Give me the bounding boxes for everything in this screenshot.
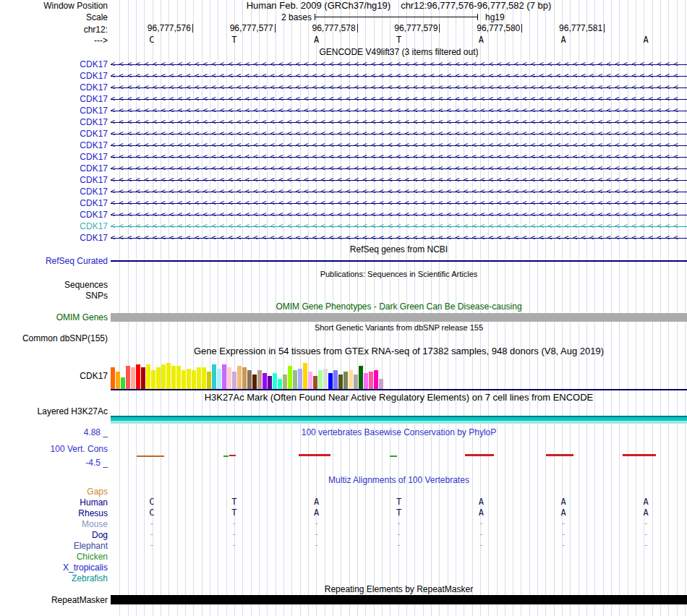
gtex-tissue-bar[interactable] [121, 377, 125, 389]
gtex-tissue-bar[interactable] [273, 373, 277, 389]
refseq-curated-label[interactable]: RefSeq Curated [0, 256, 111, 266]
transcript-line[interactable]: <<<<<<<<<<<<<<<<<<<<<<<<<<<<<<<<<<<<<<<<… [111, 163, 687, 174]
gtex-tissue-bar[interactable] [131, 367, 135, 389]
transcript-line[interactable]: <<<<<<<<<<<<<<<<<<<<<<<<<<<<<<<<<<<<<<<<… [111, 59, 687, 70]
conservation-signal[interactable] [111, 438, 687, 458]
gtex-tissue-bar[interactable] [212, 364, 216, 389]
species-label[interactable]: Zebrafish [0, 573, 111, 583]
transcript-line[interactable]: <<<<<<<<<<<<<<<<<<<<<<<<<<<<<<<<<<<<<<<<… [111, 209, 687, 221]
gtex-tissue-bar[interactable] [232, 372, 236, 389]
gtex-tissue-bar[interactable] [298, 369, 302, 389]
transcript-line[interactable]: <<<<<<<<<<<<<<<<<<<<<<<<<<<<<<<<<<<<<<<<… [111, 151, 687, 163]
gene-label[interactable]: CDK17 [0, 140, 111, 151]
gtex-tissue-bar[interactable] [156, 367, 161, 389]
transcript-line[interactable]: <<<<<<<<<<<<<<<<<<<<<<<<<<<<<<<<<<<<<<<<… [111, 197, 687, 209]
species-label[interactable]: Chicken [0, 551, 111, 562]
gencode-transcripts[interactable]: CDK17<<<<<<<<<<<<<<<<<<<<<<<<<<<<<<<<<<<… [0, 59, 687, 244]
gtex-tissue-bar[interactable] [237, 366, 242, 389]
gtex-tissue-bar[interactable] [252, 375, 257, 389]
gtex-tissue-bar[interactable] [171, 366, 176, 389]
gene-label[interactable]: CDK17 [0, 209, 111, 221]
species-label[interactable]: X_tropicalis [0, 562, 111, 573]
omim-genes-label[interactable]: OMIM Genes [0, 312, 111, 322]
gtex-tissue-bar[interactable] [202, 367, 206, 389]
gene-label[interactable]: CDK17 [0, 82, 111, 93]
gtex-tissue-bar[interactable] [344, 372, 348, 389]
snps-label[interactable]: SNPs [0, 290, 111, 301]
gene-label[interactable]: CDK17 [0, 59, 111, 70]
gene-label[interactable]: CDK17 [0, 93, 111, 105]
gtex-tissue-bar[interactable] [278, 379, 282, 389]
gtex-tissue-bar[interactable] [136, 364, 140, 389]
gtex-tissue-bar[interactable] [242, 367, 247, 389]
repeatmasker-label[interactable]: RepeatMasker [0, 595, 111, 605]
gtex-tissue-bar[interactable] [151, 370, 155, 389]
gene-label[interactable]: CDK17 [0, 221, 111, 232]
gtex-tissue-bar[interactable] [283, 375, 287, 389]
refseq-gene-line[interactable] [111, 260, 687, 262]
transcript-line[interactable]: <<<<<<<<<<<<<<<<<<<<<<<<<<<<<<<<<<<<<<<<… [111, 116, 687, 128]
dbsnp-label[interactable]: Common dbSNP(155) [0, 333, 111, 344]
transcript-line[interactable]: <<<<<<<<<<<<<<<<<<<<<<<<<<<<<<<<<<<<<<<<… [111, 232, 687, 244]
species-label[interactable]: Mouse [0, 518, 111, 529]
gtex-gene-label[interactable]: CDK17 [0, 357, 111, 390]
gtex-tissue-bar[interactable] [338, 375, 343, 389]
gtex-tissue-bar[interactable] [176, 366, 181, 389]
gtex-tissue-bar[interactable] [374, 370, 378, 389]
gtex-tissue-bar[interactable] [293, 370, 297, 389]
gtex-tissue-bar[interactable] [288, 366, 292, 389]
genome-browser-image[interactable]: Window Position Human Feb. 2009 (GRCh37/… [0, 0, 687, 616]
gtex-tissue-bar[interactable] [369, 372, 373, 389]
gtex-tissue-bar[interactable] [146, 364, 150, 389]
transcript-line[interactable]: <<<<<<<<<<<<<<<<<<<<<<<<<<<<<<<<<<<<<<<<… [111, 221, 687, 232]
conservation-label[interactable]: 100 Vert. Cons [0, 438, 111, 458]
gtex-tissue-bar[interactable] [323, 369, 328, 389]
gene-label[interactable]: CDK17 [0, 163, 111, 174]
gtex-expression-bars[interactable] [111, 363, 383, 389]
transcript-line[interactable]: <<<<<<<<<<<<<<<<<<<<<<<<<<<<<<<<<<<<<<<<… [111, 128, 687, 140]
species-label[interactable]: Dog [0, 529, 111, 540]
gene-label[interactable]: CDK17 [0, 128, 111, 140]
transcript-line[interactable]: <<<<<<<<<<<<<<<<<<<<<<<<<<<<<<<<<<<<<<<<… [111, 105, 687, 116]
gtex-tissue-bar[interactable] [182, 370, 186, 389]
gtex-tissue-bar[interactable] [333, 370, 338, 389]
gtex-tissue-bar[interactable] [263, 373, 267, 389]
gaps-label[interactable]: Gaps [0, 486, 111, 497]
gtex-tissue-bar[interactable] [364, 373, 368, 389]
gtex-tissue-bar[interactable] [303, 363, 307, 389]
gtex-tissue-bar[interactable] [354, 375, 358, 389]
transcript-line[interactable]: <<<<<<<<<<<<<<<<<<<<<<<<<<<<<<<<<<<<<<<<… [111, 93, 687, 105]
transcript-line[interactable]: <<<<<<<<<<<<<<<<<<<<<<<<<<<<<<<<<<<<<<<<… [111, 174, 687, 186]
gtex-tissue-bar[interactable] [247, 370, 252, 389]
gtex-tissue-bar[interactable] [217, 369, 221, 389]
gtex-tissue-bar[interactable] [349, 370, 353, 389]
repeat-element-bar[interactable] [111, 595, 687, 604]
gtex-tissue-bar[interactable] [161, 364, 166, 389]
gtex-tissue-bar[interactable] [379, 379, 383, 389]
gtex-tissue-bar[interactable] [197, 367, 201, 389]
gtex-tissue-bar[interactable] [166, 363, 171, 389]
species-label[interactable]: Rhesus [0, 508, 111, 518]
gtex-tissue-bar[interactable] [116, 372, 120, 389]
gtex-tissue-bar[interactable] [222, 364, 226, 389]
gtex-tissue-bar[interactable] [126, 366, 130, 389]
transcript-line[interactable]: <<<<<<<<<<<<<<<<<<<<<<<<<<<<<<<<<<<<<<<<… [111, 70, 687, 82]
gtex-tissue-bar[interactable] [207, 372, 211, 389]
gene-label[interactable]: CDK17 [0, 105, 111, 116]
gtex-tissue-bar[interactable] [313, 376, 317, 389]
gtex-tissue-bar[interactable] [192, 370, 196, 389]
gene-label[interactable]: CDK17 [0, 186, 111, 197]
gtex-tissue-bar[interactable] [359, 366, 363, 389]
gtex-tissue-bar[interactable] [227, 367, 231, 389]
gtex-tissue-bar[interactable] [268, 376, 272, 389]
gene-label[interactable]: CDK17 [0, 70, 111, 82]
gtex-tissue-bar[interactable] [111, 367, 115, 389]
gtex-tissue-bar[interactable] [328, 373, 333, 389]
gene-label[interactable]: CDK17 [0, 197, 111, 209]
h3k27ac-signal-band[interactable] [111, 416, 687, 424]
gtex-tissue-bar[interactable] [187, 369, 191, 389]
transcript-line[interactable]: <<<<<<<<<<<<<<<<<<<<<<<<<<<<<<<<<<<<<<<<… [111, 82, 687, 93]
gtex-tissue-bar[interactable] [318, 370, 323, 389]
h3k27ac-label[interactable]: Layered H3K27Ac [0, 403, 111, 425]
gene-label[interactable]: CDK17 [0, 232, 111, 244]
